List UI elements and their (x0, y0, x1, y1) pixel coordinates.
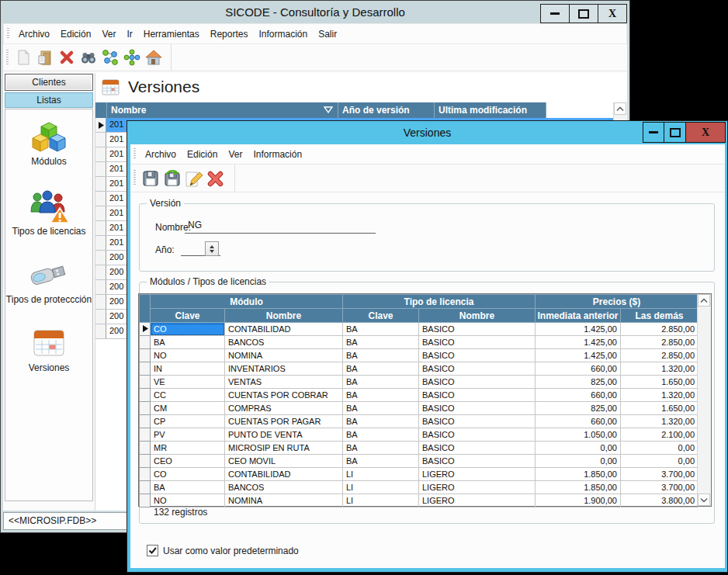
save-refresh-button[interactable] (161, 168, 183, 189)
column-header-clave-licencia[interactable]: Clave (343, 309, 419, 323)
precio-demas-cell[interactable]: 1.650,00 (621, 376, 699, 389)
precio-demas-cell[interactable]: 2.100,00 (621, 428, 699, 442)
column-header-modificacion[interactable]: Ultima modificación (435, 102, 546, 118)
module-clave-cell[interactable]: BA (151, 481, 225, 494)
toolbar-gripper[interactable] (7, 28, 9, 40)
search-button[interactable] (78, 47, 99, 68)
maximize-button[interactable] (664, 122, 686, 143)
menu-item-ver[interactable]: Ver (96, 26, 121, 42)
licencia-clave-cell[interactable]: BA (343, 455, 419, 468)
licencia-clave-cell[interactable]: BA (343, 323, 419, 336)
module-row[interactable]: MRMICROSIP EN RUTABABASICO0,000,00 (140, 442, 699, 455)
module-nombre-cell[interactable]: BANCOS (225, 481, 343, 494)
precio-demas-cell[interactable]: 3.700,00 (621, 481, 699, 494)
module-nombre-cell[interactable]: COMPRAS (225, 402, 343, 415)
column-header-nombre[interactable]: Nombre (107, 102, 338, 118)
precio-inmediata-cell[interactable]: 1.425,00 (536, 336, 621, 349)
menu-item-archivo[interactable]: Archivo (13, 26, 55, 42)
module-nombre-cell[interactable]: BANCOS (225, 336, 343, 349)
licencia-clave-cell[interactable]: LI (343, 494, 419, 507)
sidebar-button-clientes[interactable]: Clientes (5, 74, 93, 91)
home-button[interactable] (143, 47, 165, 68)
module-row[interactable]: VEVENTASBABASICO825,001.650,00 (140, 376, 699, 389)
sidebar-tab-listas[interactable]: Listas (5, 92, 93, 108)
toolbar-gripper[interactable] (6, 50, 9, 65)
module-clave-cell[interactable]: IN (151, 362, 225, 376)
column-header-inmediata-anterior[interactable]: Inmediata anterior (536, 309, 621, 323)
precio-inmediata-cell[interactable]: 1.425,00 (536, 349, 621, 362)
module-row[interactable]: ININVENTARIOSBABASICO660,001.320,00 (140, 362, 699, 376)
column-header-clave-modulo[interactable]: Clave (151, 309, 225, 323)
spin-up-icon[interactable] (210, 245, 214, 248)
spin-down-icon[interactable] (210, 250, 214, 253)
precio-demas-cell[interactable]: 3.800,00 (621, 494, 699, 507)
scroll-up-button[interactable] (614, 102, 626, 115)
licencia-nombre-cell[interactable]: BASICO (419, 336, 536, 349)
main-titlebar[interactable]: SICODE - Consultoría y Desarrollo X (1, 1, 629, 23)
refresh-network-button[interactable] (99, 47, 121, 68)
module-nombre-cell[interactable]: CUENTAS POR PAGAR (225, 415, 343, 428)
group-header-tipo-licencia[interactable]: Tipo de licencia (343, 295, 536, 309)
minimize-button[interactable] (540, 4, 570, 23)
licencia-nombre-cell[interactable]: LIGERO (419, 481, 536, 494)
sidebar-item-modulos[interactable]: Módulos (30, 120, 68, 167)
module-nombre-cell[interactable]: PUNTO DE VENTA (225, 428, 343, 442)
menu-item-salir[interactable]: Salir (313, 26, 342, 42)
menu-item-archivo[interactable]: Archivo (140, 147, 182, 162)
column-header-nombre-licencia[interactable]: Nombre (419, 309, 536, 323)
column-header-las-demas[interactable]: Las demás (621, 309, 699, 323)
column-header-nombre-modulo[interactable]: Nombre (225, 309, 343, 323)
module-row[interactable]: BABANCOSLILIGERO1.850,003.700,00 (140, 481, 699, 494)
module-clave-cell[interactable]: CC (151, 389, 225, 402)
column-header-anio[interactable]: Año de versión (338, 102, 435, 118)
module-clave-cell[interactable]: VE (151, 376, 225, 389)
module-clave-cell[interactable]: CO (151, 468, 225, 481)
filter-funnel-icon[interactable] (324, 106, 333, 113)
maximize-button[interactable] (569, 4, 598, 23)
precio-inmediata-cell[interactable]: 1.900,00 (536, 494, 621, 507)
menu-item-informacion[interactable]: Información (253, 26, 313, 42)
licencia-nombre-cell[interactable]: BASICO (419, 376, 536, 389)
delete-button[interactable] (205, 168, 227, 189)
precio-demas-cell[interactable]: 2.850,00 (621, 349, 699, 362)
module-row[interactable]: COCONTABILIDADLILIGERO1.850,003.700,00 (140, 468, 699, 481)
licencia-clave-cell[interactable]: BA (343, 428, 419, 442)
toolbar-gripper[interactable] (133, 148, 136, 160)
close-button[interactable]: X (685, 122, 726, 143)
sidebar-item-versiones[interactable]: Versiones (29, 326, 70, 373)
precio-demas-cell[interactable]: 1.320,00 (621, 362, 699, 376)
licencia-nombre-cell[interactable]: BASICO (419, 362, 536, 376)
nombre-input[interactable]: NG (185, 219, 376, 234)
licencia-clave-cell[interactable]: BA (343, 362, 419, 376)
precio-inmediata-cell[interactable]: 660,00 (536, 389, 621, 402)
module-nombre-cell[interactable]: VENTAS (225, 376, 343, 389)
module-clave-cell[interactable]: CEO (151, 455, 225, 468)
close-button[interactable]: X (598, 4, 627, 23)
menu-item-edicion[interactable]: Edición (55, 26, 96, 42)
module-nombre-cell[interactable]: CEO MOVIL (225, 455, 343, 468)
precio-inmediata-cell[interactable]: 0,00 (536, 442, 621, 455)
precio-demas-cell[interactable]: 2.850,00 (621, 323, 699, 336)
module-row[interactable]: COCONTABILIDADBABASICO1.425,002.850,00 (140, 323, 699, 336)
licencia-nombre-cell[interactable]: BASICO (419, 455, 536, 468)
module-clave-cell[interactable]: PV (151, 428, 225, 442)
licencia-clave-cell[interactable]: BA (343, 336, 419, 349)
module-row[interactable]: CPCUENTAS POR PAGARBABASICO660,001.320,0… (140, 415, 699, 428)
licencia-nombre-cell[interactable]: BASICO (419, 323, 536, 336)
licencia-clave-cell[interactable]: LI (343, 468, 419, 481)
scroll-up-button[interactable] (698, 294, 710, 307)
licencia-nombre-cell[interactable]: LIGERO (419, 468, 536, 481)
add-node-button[interactable] (121, 47, 143, 68)
menu-item-ir[interactable]: Ir (121, 26, 137, 42)
save-button[interactable] (140, 168, 161, 189)
module-clave-cell[interactable]: CO (151, 323, 225, 336)
precio-inmediata-cell[interactable]: 1.050,00 (536, 428, 621, 442)
precio-demas-cell[interactable]: 0,00 (621, 455, 699, 468)
licencia-nombre-cell[interactable]: BASICO (419, 428, 536, 442)
module-nombre-cell[interactable]: MICROSIP EN RUTA (225, 442, 343, 455)
licencia-nombre-cell[interactable]: BASICO (419, 415, 536, 428)
module-row[interactable]: NONOMINABABASICO1.425,002.850,00 (140, 349, 699, 362)
module-row[interactable]: NONOMINALILIGERO1.900,003.800,00 (140, 494, 699, 507)
licencia-clave-cell[interactable]: LI (343, 481, 419, 494)
group-header-modulo[interactable]: Módulo (151, 295, 343, 309)
